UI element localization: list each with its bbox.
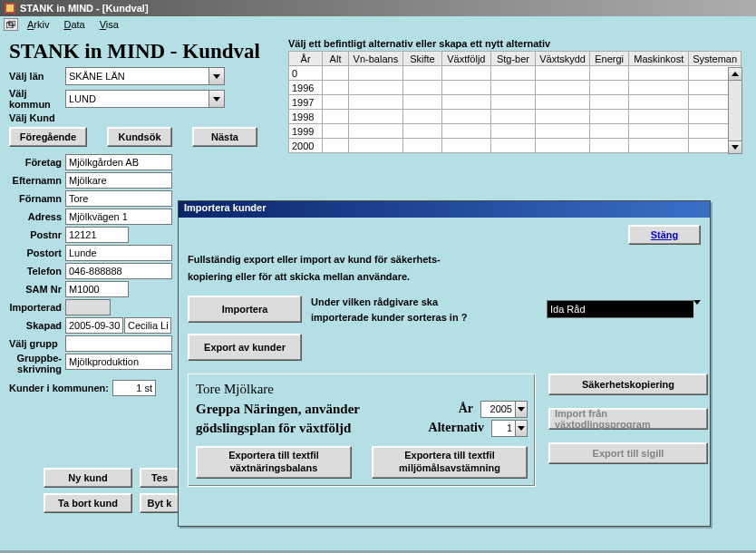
telefon-field[interactable]	[65, 263, 172, 279]
valj-grupp-field[interactable]	[65, 335, 172, 352]
foretag-label: Företag	[9, 157, 65, 168]
table-row[interactable]: 0	[289, 66, 741, 81]
menu-data[interactable]: Data	[63, 19, 84, 30]
gruppbe-field[interactable]	[65, 354, 172, 370]
export-sigill-button[interactable]: Export till sigill	[548, 442, 708, 464]
year-input[interactable]	[480, 401, 515, 418]
person-name: Tore Mjölkare	[196, 382, 528, 397]
btn-line2: växtnäringsbalans	[230, 462, 318, 474]
postort-label: Postort	[9, 247, 65, 258]
scroll-down-icon[interactable]	[729, 141, 741, 153]
window-title: STANK in MIND - [Kundval]	[20, 3, 149, 14]
grid-header[interactable]: Växtskydd	[536, 52, 590, 66]
chevron-down-icon[interactable]	[208, 67, 225, 85]
table-row[interactable]: 2000	[289, 139, 741, 153]
fornamn-field[interactable]	[65, 190, 172, 207]
importerad-label: Importerad	[9, 302, 65, 313]
importerad-field	[65, 299, 111, 315]
export-textfile-balans-button[interactable]: Exportera till textfil växtnäringsbalans	[196, 446, 352, 479]
table-row[interactable]: 1996	[289, 81, 741, 95]
lan-combo[interactable]	[65, 67, 225, 85]
chevron-down-icon[interactable]	[693, 300, 701, 318]
kund-label: Välj Kund	[9, 112, 65, 123]
table-row[interactable]: 1999	[289, 124, 741, 139]
grid-header[interactable]: Vn-balans	[348, 52, 402, 66]
grid-scrollbar[interactable]	[728, 67, 742, 154]
skapad-date-field[interactable]	[65, 317, 123, 334]
grid-header[interactable]: Stg-ber	[490, 52, 535, 66]
grid-header[interactable]: Alt	[323, 52, 349, 66]
year-combo[interactable]	[480, 401, 528, 418]
chevron-down-icon[interactable]	[208, 90, 225, 108]
radgivare-value: Ida Råd	[547, 300, 693, 318]
window-titlebar: STANK in MIND - [Kundval]	[0, 0, 756, 16]
lan-label: Välj län	[9, 71, 65, 82]
question-2: importerade kunder sorteras in ?	[311, 312, 467, 323]
chevron-down-icon[interactable]	[515, 401, 528, 418]
skapad-label: Skapad	[9, 320, 65, 331]
export-kunder-button[interactable]: Export av kunder	[188, 334, 302, 361]
chevron-down-icon[interactable]	[515, 420, 528, 437]
grid-header[interactable]: År	[289, 52, 323, 66]
fornamn-label: Förnamn	[9, 193, 65, 204]
table-row[interactable]: 1998	[289, 110, 741, 124]
dialog-desc-1: Fullständig export eller import av kund …	[188, 254, 441, 265]
prev-button[interactable]: Föregående	[9, 127, 87, 147]
btn-line2: miljömålsavstämning	[399, 462, 500, 474]
test-button[interactable]: Tes	[140, 468, 179, 488]
ar-label: År	[459, 402, 473, 416]
greppa-1: Greppa Näringen, använder	[196, 402, 360, 417]
btn-line1: Exportera till textfil	[404, 450, 495, 461]
kommun-label: Välj kommun	[9, 88, 65, 110]
menu-arkiv[interactable]: Arkiv	[27, 19, 49, 30]
backup-button[interactable]: Säkerhetskopiering	[548, 374, 708, 395]
question-1: Under vilken rådgivare ska	[311, 296, 438, 307]
postnr-field[interactable]	[65, 227, 129, 243]
grid-header[interactable]: Växtföljd	[442, 52, 491, 66]
import-program-button[interactable]: Import från växtodlingsprogram	[548, 408, 708, 430]
samnr-label: SAM Nr	[9, 284, 65, 295]
menu-visa[interactable]: Visa	[100, 19, 119, 30]
efternamn-field[interactable]	[65, 172, 172, 189]
lan-input[interactable]	[65, 67, 208, 85]
valj-grupp-label: Välj grupp	[9, 338, 65, 349]
radgivare-combo[interactable]: Ida Råd	[547, 300, 701, 318]
grid-header[interactable]: Energi	[589, 52, 628, 66]
greppa-2: gödslingsplan för växtföljd	[196, 421, 351, 436]
alternatives-grid[interactable]: ÅrAltVn-balansSkifteVäxtföljdStg-berVäxt…	[288, 51, 741, 153]
scroll-up-icon[interactable]	[729, 68, 741, 81]
alt-combo[interactable]	[491, 420, 528, 437]
dialog-desc-2: kopiering eller för att skicka mellan an…	[188, 271, 410, 282]
samnr-field[interactable]	[65, 281, 129, 297]
foretag-field[interactable]	[65, 154, 172, 170]
postnr-label: Postnr	[9, 229, 65, 240]
close-button[interactable]: Stäng	[628, 225, 701, 245]
skapad-by-field[interactable]	[124, 317, 171, 334]
alt-input[interactable]	[491, 420, 515, 437]
importera-button[interactable]: Importera	[188, 296, 302, 323]
postort-field[interactable]	[65, 245, 172, 261]
kunder-i-kommunen-label: Kunder i kommunen:	[9, 383, 109, 393]
app-icon	[4, 2, 16, 15]
table-row[interactable]: 1997	[289, 95, 741, 110]
btn-line1: Exportera till textfil	[228, 450, 319, 461]
kundsok-button[interactable]: Kundsök	[107, 127, 172, 147]
grid-header[interactable]: Skifte	[402, 52, 441, 66]
kommun-input[interactable]	[65, 90, 208, 108]
grid-caption: Välj ett befintligt alternativ eller ska…	[288, 38, 741, 49]
ta-bort-kund-button[interactable]: Ta bort kund	[44, 493, 132, 513]
import-dialog: Importera kunder Stäng Fullständig expor…	[178, 200, 711, 527]
adress-field[interactable]	[65, 209, 172, 225]
grid-header[interactable]: Maskinkost	[629, 52, 689, 66]
ny-kund-button[interactable]: Ny kund	[44, 468, 132, 488]
byt-k-button[interactable]: Byt k	[140, 493, 179, 513]
dialog-title: Importera kunder	[179, 201, 710, 218]
gruppbe-label: Gruppbe- skrivning	[9, 354, 65, 374]
next-button[interactable]: Nästa	[192, 127, 257, 147]
svg-rect-1	[6, 5, 14, 12]
restore-icon[interactable]	[4, 18, 18, 31]
kommun-combo[interactable]	[65, 90, 225, 108]
grid-header[interactable]: Systeman	[689, 52, 741, 66]
export-textfile-miljo-button[interactable]: Exportera till textfil miljömålsavstämni…	[372, 446, 528, 479]
kunder-i-kommunen-field	[112, 380, 156, 396]
